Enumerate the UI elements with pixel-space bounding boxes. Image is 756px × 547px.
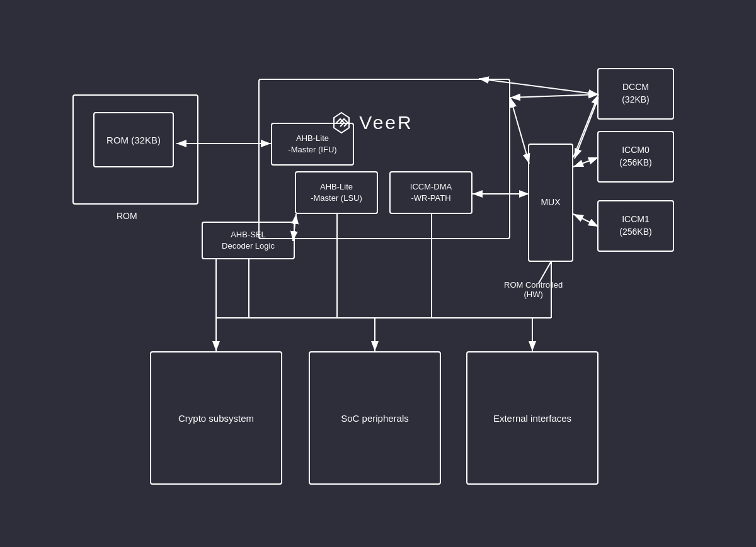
ahb-lsu-box: AHB-Lite-Master (LSU) (295, 171, 378, 214)
crypto-box: Crypto subsystem (150, 351, 282, 485)
rom-label: ROM (117, 211, 137, 221)
iccm-dma-box: ICCM-DMA-WR-PATH (389, 171, 472, 214)
diagram-container: ROM (32KB) ROM VeeR AHB-Lite-Master (IFU… (0, 0, 756, 547)
svg-line-23 (510, 94, 598, 98)
ahb-sel-box: AHB-SELDecoder Logic (202, 222, 295, 259)
iccm0-box: ICCM0(256KB) (597, 131, 674, 183)
mux-box: MUX (528, 144, 573, 262)
veer-text: VeeR (359, 112, 413, 133)
rom-inner-box: ROM (32KB) (93, 112, 174, 167)
external-box: External interfaces (466, 351, 598, 485)
svg-line-6 (573, 94, 598, 157)
svg-line-10 (510, 98, 529, 164)
svg-line-7 (575, 98, 598, 159)
soc-box: SoC peripherals (309, 351, 441, 485)
svg-line-9 (573, 214, 598, 227)
dccm-box: DCCM(32KB) (597, 68, 674, 120)
ahb-ifu-box: AHB-Lite-Master (IFU) (271, 123, 354, 166)
rom-controlled-label: ROM Controlled(HW) (504, 280, 563, 299)
iccm1-box: ICCM1(256KB) (597, 200, 674, 252)
svg-line-8 (573, 157, 598, 167)
